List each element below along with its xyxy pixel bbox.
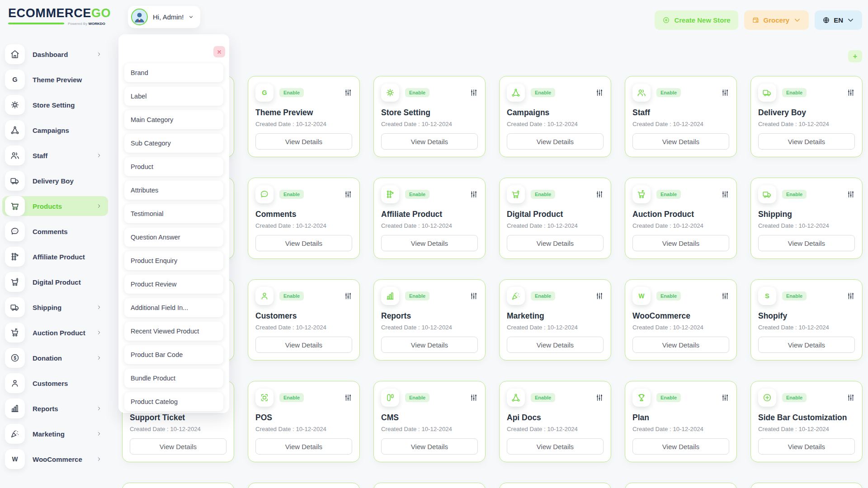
- sidebar-item-comments[interactable]: Comments: [2, 221, 108, 241]
- sidebar-item-delivery-boy[interactable]: Delivery Boy: [2, 171, 108, 191]
- sliders-icon[interactable]: [721, 394, 729, 402]
- sliders-icon[interactable]: [847, 394, 855, 402]
- module-card-digital-product: EnableDigital ProductCreated Date : 10-1…: [499, 178, 611, 259]
- sliders-icon[interactable]: [595, 292, 604, 300]
- card-title: Comments: [255, 210, 352, 219]
- sidebar-item-products[interactable]: Products: [2, 196, 108, 216]
- card-created-date: Created Date : 10-12-2024: [632, 324, 729, 331]
- view-details-button[interactable]: View Details: [381, 133, 478, 150]
- submenu-item-product-catelog[interactable]: Product Catelog: [124, 392, 223, 411]
- sidebar-item-reports[interactable]: Reports: [2, 399, 108, 418]
- sliders-icon[interactable]: [721, 190, 729, 198]
- submenu-item-main-category[interactable]: Main Category: [124, 110, 223, 129]
- status-badge: Enable: [405, 88, 429, 97]
- sliders-icon[interactable]: [344, 89, 352, 97]
- status-badge: Enable: [782, 393, 807, 402]
- submenu-item-brand[interactable]: Brand: [124, 63, 223, 82]
- sliders-icon[interactable]: [847, 292, 855, 300]
- module-card-staff: EnableStaffCreated Date : 10-12-2024View…: [625, 76, 737, 157]
- view-details-button[interactable]: View Details: [381, 337, 478, 353]
- card-created-date: Created Date : 10-12-2024: [381, 121, 478, 127]
- submenu-item-question-answer[interactable]: Question Answer: [124, 228, 223, 247]
- cart-flag-icon: [632, 185, 651, 203]
- view-details-button[interactable]: View Details: [758, 438, 855, 455]
- sliders-icon[interactable]: [595, 89, 604, 97]
- submenu-item-product-review[interactable]: Product Review: [124, 275, 223, 294]
- submenu-item-testimonial[interactable]: Testimonial: [124, 204, 223, 223]
- card-title: Customers: [255, 311, 352, 321]
- view-details-button[interactable]: View Details: [255, 133, 352, 150]
- add-module-button[interactable]: +: [848, 50, 862, 62]
- sliders-icon[interactable]: [847, 190, 855, 198]
- user-menu[interactable]: Hi, Admin!: [128, 6, 200, 28]
- view-details-button[interactable]: View Details: [255, 337, 352, 353]
- sliders-icon[interactable]: [721, 292, 729, 300]
- view-details-button[interactable]: View Details: [130, 438, 226, 455]
- language-selector-button[interactable]: EN: [815, 10, 862, 30]
- sliders-icon[interactable]: [847, 89, 855, 97]
- view-details-button[interactable]: View Details: [507, 337, 604, 353]
- sliders-icon[interactable]: [470, 190, 478, 198]
- sidebar-item-theme-preview[interactable]: GTheme Preview: [2, 70, 108, 89]
- view-details-button[interactable]: View Details: [758, 337, 855, 353]
- view-details-button[interactable]: View Details: [758, 133, 855, 150]
- submenu-item-label[interactable]: Label: [124, 87, 223, 106]
- sidebar-item-customers[interactable]: Customers: [2, 373, 108, 393]
- submenu-item-product-enquiry[interactable]: Product Enquiry: [124, 251, 223, 270]
- sliders-icon[interactable]: [595, 394, 604, 402]
- sliders-icon[interactable]: [470, 292, 478, 300]
- sliders-icon[interactable]: [470, 89, 478, 97]
- sidebar-item-staff[interactable]: Staff: [2, 145, 108, 165]
- view-details-button[interactable]: View Details: [758, 235, 855, 251]
- submenu-item-product-bar-code[interactable]: Product Bar Code: [124, 345, 223, 364]
- sidebar-item-affiliate-product[interactable]: Affiliate Product: [2, 247, 108, 267]
- sidebar-item-digital-product[interactable]: Digital Product: [2, 272, 108, 292]
- network-triangle-icon: [507, 389, 525, 407]
- sidebar-item-marketing[interactable]: Marketing: [2, 424, 108, 444]
- card-title: Marketing: [507, 311, 604, 321]
- submenu-item-sub-category[interactable]: Sub Category: [124, 134, 223, 153]
- sidebar-item-campaigns[interactable]: Campaigns: [2, 120, 108, 140]
- submenu-item-recent-viewed-product[interactable]: Recent Viewed Product: [124, 322, 223, 341]
- sidebar-item-store-setting[interactable]: Store Setting: [2, 95, 108, 115]
- peek-card: [625, 483, 737, 488]
- close-icon[interactable]: [213, 46, 225, 57]
- status-badge: Enable: [279, 291, 304, 300]
- submenu-item-bundle-product[interactable]: Bundle Product: [124, 369, 223, 388]
- sidebar-item-shipping[interactable]: Shipping: [2, 297, 108, 317]
- card-created-date: Created Date : 10-12-2024: [381, 324, 478, 331]
- cart-icon: [5, 196, 25, 216]
- view-details-button[interactable]: View Details: [632, 337, 729, 353]
- sidebar-item-donation[interactable]: $Donation: [2, 348, 108, 368]
- view-details-button[interactable]: View Details: [381, 438, 478, 455]
- view-details-button[interactable]: View Details: [507, 133, 604, 150]
- view-details-button[interactable]: View Details: [507, 235, 604, 251]
- store-selector-button[interactable]: Grocery: [744, 10, 809, 30]
- card-created-date: Created Date : 10-12-2024: [632, 222, 729, 229]
- sliders-icon[interactable]: [344, 394, 352, 402]
- sidebar-item-auction-product[interactable]: Auction Product: [2, 323, 108, 343]
- view-details-button[interactable]: View Details: [632, 438, 729, 455]
- sliders-icon[interactable]: [721, 89, 729, 97]
- sliders-icon[interactable]: [344, 292, 352, 300]
- view-details-button[interactable]: View Details: [507, 438, 604, 455]
- chevron-down-icon: [793, 16, 801, 24]
- view-details-button[interactable]: View Details: [255, 235, 352, 251]
- view-details-button[interactable]: View Details: [381, 235, 478, 251]
- view-details-button[interactable]: View Details: [255, 438, 352, 455]
- create-new-store-button[interactable]: Create New Store: [655, 10, 738, 30]
- submenu-item-attributes[interactable]: Attributes: [124, 181, 223, 200]
- sidebar-item-woocommerce[interactable]: WWooCommerce: [2, 449, 108, 469]
- sliders-icon[interactable]: [344, 190, 352, 198]
- submenu-item-additional-field-in[interactable]: Additional Field In...: [124, 298, 223, 317]
- sliders-icon[interactable]: [470, 394, 478, 402]
- module-card-shopify: SEnableShopifyCreated Date : 10-12-2024V…: [750, 279, 863, 361]
- sliders-icon[interactable]: [595, 190, 604, 198]
- sidebar-item-dashboard[interactable]: Dashboard: [2, 44, 108, 64]
- sidebar-item-label: Comments: [33, 228, 102, 235]
- module-card-api-docs: EnableApi DocsCreated Date : 10-12-2024V…: [499, 381, 611, 462]
- view-details-button[interactable]: View Details: [632, 133, 729, 150]
- view-details-button[interactable]: View Details: [632, 235, 729, 251]
- cart-flag-icon: [5, 323, 25, 343]
- submenu-item-product[interactable]: Product: [124, 157, 223, 176]
